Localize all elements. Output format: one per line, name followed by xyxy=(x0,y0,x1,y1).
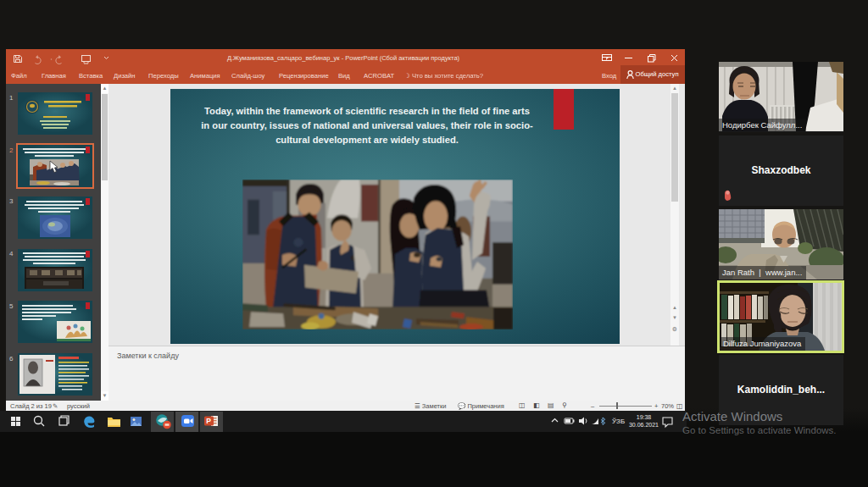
svg-text:P: P xyxy=(206,417,211,425)
